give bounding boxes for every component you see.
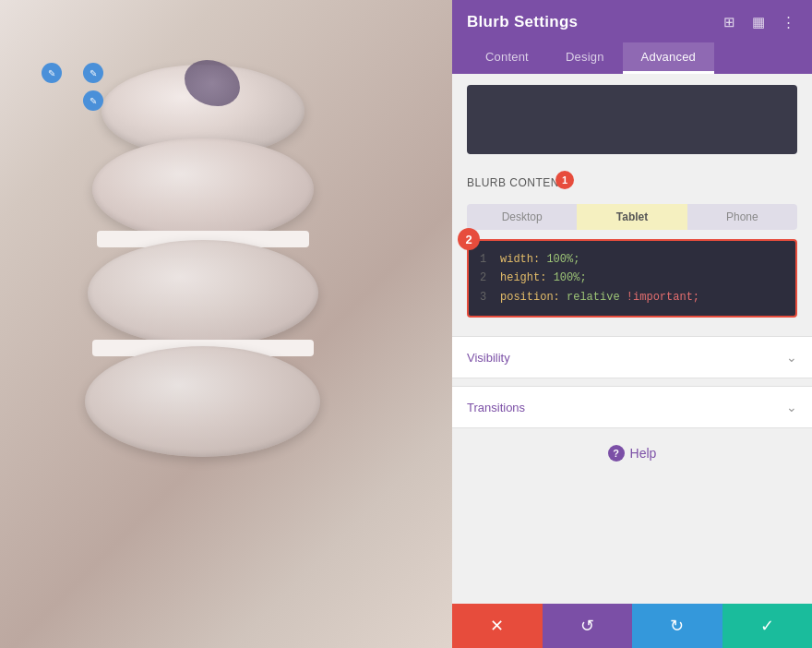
redo-button[interactable]: ↻ <box>632 604 722 648</box>
edit-icon-2[interactable]: ✎ <box>83 63 103 83</box>
transitions-title: Transitions <box>467 401 525 414</box>
macaron-illustration <box>74 46 332 582</box>
visibility-chevron: ⌄ <box>786 350 797 365</box>
device-tabs: Desktop Tablet Phone <box>467 204 797 230</box>
macaron-mid1 <box>92 138 314 240</box>
blurb-section: Blurb Content 1 Desktop Tablet Phone 2 1… <box>452 169 812 329</box>
css-line-2: 2 height: 100%; <box>480 269 784 287</box>
badge-2: 2 <box>458 228 480 250</box>
css-line-3: 3 position: relative !important; <box>480 288 784 306</box>
help-label: Help <box>630 446 657 461</box>
panel-title-row: Blurb Settings ⊞ ▦ ⋮ <box>467 13 797 31</box>
device-tab-desktop[interactable]: Desktop <box>467 204 577 230</box>
css-important: !important; <box>620 291 699 304</box>
css-code-block: 1 width: 100%; 2 height: 100%; 3 positio… <box>467 239 797 318</box>
visibility-header[interactable]: Visibility ⌄ <box>452 337 812 378</box>
panel-footer: ✕ ↺ ↻ ✓ <box>452 604 812 648</box>
css-prop-3: position: <box>500 291 560 304</box>
css-value-2: 100%; <box>554 271 587 284</box>
panel-title: Blurb Settings <box>467 13 578 31</box>
edit-icon-3[interactable]: ✎ <box>83 90 103 111</box>
device-tab-phone[interactable]: Phone <box>687 204 797 230</box>
macaron-mid2 <box>88 240 318 346</box>
badge-1: 1 <box>555 171 574 189</box>
tab-design[interactable]: Design <box>547 42 623 74</box>
css-value-1: 100%; <box>546 253 579 266</box>
canvas-area: ✎ ✎ ✎ <box>0 0 452 648</box>
visibility-title: Visibility <box>467 351 510 365</box>
columns-icon[interactable]: ▦ <box>749 13 768 31</box>
panel-icons: ⊞ ▦ ⋮ <box>720 13 797 31</box>
line-num-3: 3 <box>480 288 491 306</box>
reset-button[interactable]: ↺ <box>543 604 633 648</box>
css-prop-2: height: <box>500 271 546 284</box>
save-button[interactable]: ✓ <box>722 604 813 648</box>
cancel-button[interactable]: ✕ <box>452 604 543 648</box>
badge-2-wrap: 2 1 width: 100%; 2 height: 100%; 3 posit… <box>467 239 797 318</box>
macaron-bot <box>85 346 320 457</box>
panel-body: Blurb Content 1 Desktop Tablet Phone 2 1… <box>452 74 812 604</box>
css-textarea[interactable] <box>467 85 797 154</box>
css-line-1: 1 width: 100%; <box>480 250 784 269</box>
panel-header: Blurb Settings ⊞ ▦ ⋮ Content Design Adva… <box>452 0 812 74</box>
help-section[interactable]: ? Help <box>452 428 812 478</box>
css-prop-1: width: <box>500 253 540 266</box>
textarea-section <box>452 74 812 169</box>
blurb-section-label: Blurb Content <box>467 176 567 189</box>
canvas-image: ✎ ✎ ✎ <box>0 0 452 648</box>
transitions-chevron: ⌄ <box>786 400 797 414</box>
tab-content[interactable]: Content <box>467 42 547 74</box>
line-num-2: 2 <box>480 269 491 287</box>
settings-panel: Blurb Settings ⊞ ▦ ⋮ Content Design Adva… <box>452 0 812 648</box>
transitions-section: Transitions ⌄ <box>452 386 812 428</box>
tabs: Content Design Advanced <box>467 42 797 74</box>
more-icon[interactable]: ⋮ <box>779 13 797 31</box>
css-value-3: relative <box>567 291 620 304</box>
transitions-header[interactable]: Transitions ⌄ <box>452 387 812 427</box>
line-num-1: 1 <box>480 250 491 269</box>
edit-icon-1[interactable]: ✎ <box>42 63 62 83</box>
device-tab-tablet[interactable]: Tablet <box>577 204 687 230</box>
expand-icon[interactable]: ⊞ <box>720 13 738 31</box>
help-icon: ? <box>608 445 625 462</box>
tab-advanced[interactable]: Advanced <box>623 42 714 74</box>
visibility-section: Visibility ⌄ <box>452 336 812 378</box>
